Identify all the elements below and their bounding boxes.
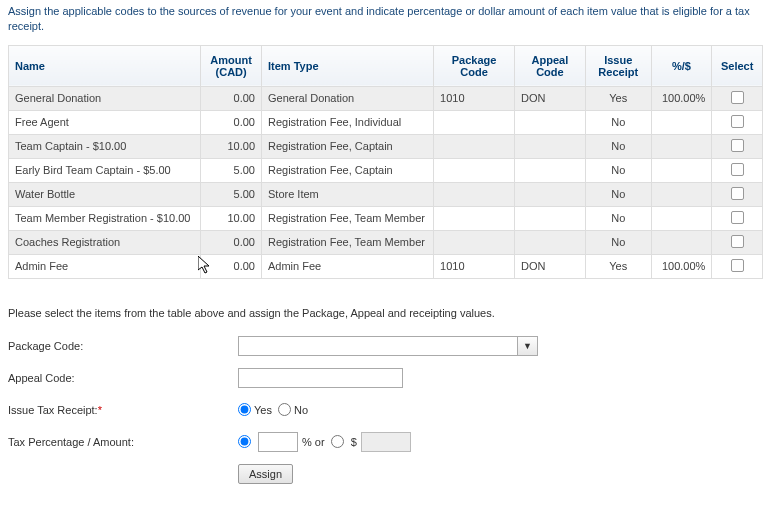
select-checkbox[interactable] [731, 235, 744, 248]
cell-appeal [515, 134, 586, 158]
cell-amount: 5.00 [201, 182, 262, 206]
cell-amount: 5.00 [201, 158, 262, 182]
tax-dollar-radio[interactable] [331, 435, 344, 448]
cell-pct [651, 110, 712, 134]
intro-text: Assign the applicable codes to the sourc… [8, 4, 758, 35]
revenue-table: Name Amount (CAD) Item Type Package Code… [8, 45, 763, 279]
col-package: Package Code [434, 45, 515, 86]
select-checkbox[interactable] [731, 211, 744, 224]
cell-name: General Donation [9, 86, 201, 110]
yes-label: Yes [254, 404, 272, 416]
tax-pct-input[interactable] [258, 432, 298, 452]
cell-issue: No [585, 182, 651, 206]
table-row: Free Agent0.00Registration Fee, Individu… [9, 110, 763, 134]
chevron-down-icon[interactable]: ▼ [517, 337, 537, 355]
sub-intro-text: Please select the items from the table a… [8, 307, 763, 319]
cell-pct [651, 206, 712, 230]
cell-appeal [515, 230, 586, 254]
cell-amount: 0.00 [201, 230, 262, 254]
cell-package [434, 158, 515, 182]
col-name: Name [9, 45, 201, 86]
cell-pct [651, 182, 712, 206]
cell-pct [651, 230, 712, 254]
cell-amount: 0.00 [201, 86, 262, 110]
cell-package: 1010 [434, 254, 515, 278]
cell-issue: Yes [585, 254, 651, 278]
cell-package [434, 182, 515, 206]
select-checkbox[interactable] [731, 115, 744, 128]
cell-pct [651, 158, 712, 182]
cell-name: Early Bird Team Captain - $5.00 [9, 158, 201, 182]
select-checkbox[interactable] [731, 163, 744, 176]
cell-appeal: DON [515, 254, 586, 278]
cell-package [434, 206, 515, 230]
cell-type: Registration Fee, Captain [262, 158, 434, 182]
col-appeal: Appeal Code [515, 45, 586, 86]
cell-type: Registration Fee, Team Member [262, 206, 434, 230]
cell-type: Admin Fee [262, 254, 434, 278]
cell-issue: No [585, 158, 651, 182]
cell-package [434, 134, 515, 158]
select-checkbox[interactable] [731, 187, 744, 200]
cell-type: Registration Fee, Team Member [262, 230, 434, 254]
cell-appeal: DON [515, 86, 586, 110]
col-issue: Issue Receipt [585, 45, 651, 86]
cell-amount: 10.00 [201, 134, 262, 158]
cell-amount: 10.00 [201, 206, 262, 230]
cell-package [434, 230, 515, 254]
cell-pct [651, 134, 712, 158]
table-row: Team Member Registration - $10.0010.00Re… [9, 206, 763, 230]
table-row: Admin Fee0.00Admin Fee1010DONYes100.00% [9, 254, 763, 278]
table-row: Team Captain - $10.0010.00Registration F… [9, 134, 763, 158]
tax-pct-radio[interactable] [238, 435, 251, 448]
col-item-type: Item Type [262, 45, 434, 86]
appeal-code-input[interactable] [238, 368, 403, 388]
assign-button[interactable]: Assign [238, 464, 293, 484]
cell-appeal [515, 110, 586, 134]
issue-no-radio[interactable] [278, 403, 291, 416]
cell-pct: 100.00% [651, 86, 712, 110]
cell-appeal [515, 182, 586, 206]
dollar-label: $ [351, 436, 357, 448]
no-label: No [294, 404, 308, 416]
cell-package [434, 110, 515, 134]
table-row: Coaches Registration0.00Registration Fee… [9, 230, 763, 254]
package-code-label: Package Code: [8, 340, 238, 352]
cell-issue: No [585, 230, 651, 254]
col-amount: Amount (CAD) [201, 45, 262, 86]
cell-issue: No [585, 206, 651, 230]
cell-issue: Yes [585, 86, 651, 110]
col-pct: %/$ [651, 45, 712, 86]
appeal-code-label: Appeal Code: [8, 372, 238, 384]
cell-name: Team Member Registration - $10.00 [9, 206, 201, 230]
cell-type: Store Item [262, 182, 434, 206]
cell-appeal [515, 158, 586, 182]
cell-appeal [515, 206, 586, 230]
cell-name: Team Captain - $10.00 [9, 134, 201, 158]
select-checkbox[interactable] [731, 139, 744, 152]
table-row: General Donation0.00General Donation1010… [9, 86, 763, 110]
select-checkbox[interactable] [731, 259, 744, 272]
cell-type: Registration Fee, Captain [262, 134, 434, 158]
cell-issue: No [585, 110, 651, 134]
cell-pct: 100.00% [651, 254, 712, 278]
col-select: Select [712, 45, 763, 86]
tax-pct-label: Tax Percentage / Amount: [8, 436, 238, 448]
tax-dollar-input [361, 432, 411, 452]
table-row: Early Bird Team Captain - $5.005.00Regis… [9, 158, 763, 182]
cell-amount: 0.00 [201, 110, 262, 134]
issue-yes-radio[interactable] [238, 403, 251, 416]
select-checkbox[interactable] [731, 91, 744, 104]
cell-name: Free Agent [9, 110, 201, 134]
cell-name: Admin Fee [9, 254, 201, 278]
cell-type: General Donation [262, 86, 434, 110]
cell-type: Registration Fee, Individual [262, 110, 434, 134]
pct-or-label: % or [302, 436, 325, 448]
cell-name: Water Bottle [9, 182, 201, 206]
cell-amount: 0.00 [201, 254, 262, 278]
package-code-dropdown[interactable]: ▼ [238, 336, 538, 356]
cell-name: Coaches Registration [9, 230, 201, 254]
table-row: Water Bottle5.00Store ItemNo [9, 182, 763, 206]
issue-tax-receipt-label: Issue Tax Receipt:* [8, 404, 238, 416]
cell-package: 1010 [434, 86, 515, 110]
